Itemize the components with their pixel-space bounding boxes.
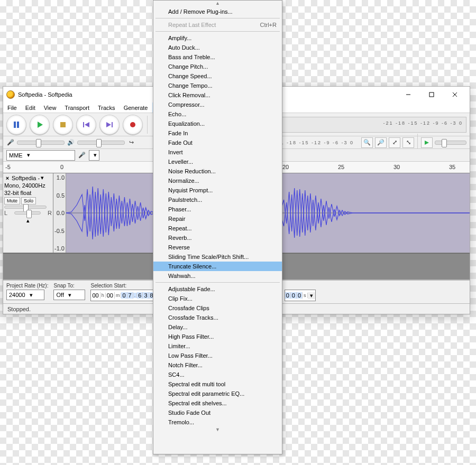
- len-s3[interactable]: 0: [297, 292, 303, 299]
- effect-menu-item[interactable]: Add / Remove Plug-ins...: [153, 7, 282, 16]
- effect-menu-item[interactable]: Truncate Silence...: [153, 262, 282, 271]
- pan-slider[interactable]: [14, 211, 41, 215]
- effect-menu-item[interactable]: Notch Filter...: [153, 360, 282, 370]
- effect-menu-item[interactable]: Change Speed...: [153, 71, 282, 81]
- effect-menu-item[interactable]: Limiter...: [153, 341, 282, 351]
- effect-menu-item[interactable]: Crossfade Tracks...: [153, 313, 282, 322]
- effect-menu-item[interactable]: Spectral edit parametric EQ...: [153, 389, 282, 398]
- record-device-combo[interactable]: ▾: [89, 150, 99, 161]
- menu-tracks[interactable]: Tracks: [94, 103, 120, 113]
- svg-marker-9: [85, 122, 89, 127]
- play-button[interactable]: [30, 115, 50, 135]
- length-timebox[interactable]: 0 0 0 s ▾: [285, 290, 316, 301]
- effect-menu-item[interactable]: Clip Fix...: [153, 294, 282, 303]
- menu-edit[interactable]: Edit: [21, 103, 40, 113]
- amp-label: 1.0: [53, 174, 65, 181]
- time-mm[interactable]: 00: [106, 292, 115, 299]
- svg-rect-4: [14, 122, 16, 128]
- skip-end-button[interactable]: [99, 115, 120, 135]
- menu-view-label: View: [44, 105, 57, 111]
- effect-menu-item[interactable]: Compressor...: [153, 100, 282, 109]
- solo-button[interactable]: Solo: [21, 197, 36, 204]
- effect-menu-item[interactable]: Reverb...: [153, 233, 282, 243]
- track-name: Softpedia -: [12, 175, 40, 181]
- effect-menu-item[interactable]: Equalization...: [153, 119, 282, 128]
- effect-menu-item[interactable]: Leveller...: [153, 157, 282, 166]
- track-control-panel[interactable]: × Softpedia - ▾ Mono, 24000Hz 32-bit flo…: [3, 173, 53, 253]
- effect-menu-item[interactable]: Paulstretch...: [153, 195, 282, 204]
- menu-generate[interactable]: Generate: [120, 103, 152, 113]
- stop-button[interactable]: [53, 115, 73, 135]
- time-s2[interactable]: 7: [127, 292, 133, 299]
- menu-scroll-down-icon[interactable]: ▼: [153, 427, 282, 433]
- close-button[interactable]: [443, 87, 466, 102]
- effect-menu-item[interactable]: Bass and Treble...: [153, 52, 282, 62]
- fit-selection-button[interactable]: ⤢: [389, 137, 400, 148]
- effect-menu-item[interactable]: Fade Out: [153, 138, 282, 147]
- effect-menu-item[interactable]: Phaser...: [153, 204, 282, 214]
- effect-menu-item[interactable]: Auto Duck...: [153, 43, 282, 52]
- track-info-rate: Mono, 24000Hz: [4, 182, 52, 189]
- skip-start-button[interactable]: [76, 115, 96, 135]
- effect-menu-item[interactable]: Fade In: [153, 128, 282, 138]
- effect-menu-item[interactable]: High Pass Filter...: [153, 332, 282, 341]
- len-s1[interactable]: 0: [285, 292, 291, 299]
- play-speed-slider[interactable]: [435, 141, 466, 145]
- effect-menu-item[interactable]: Spectral edit multi tool: [153, 379, 282, 389]
- effect-menu-item[interactable]: Reverse: [153, 243, 282, 252]
- chevron-down-icon: ▾: [27, 152, 30, 159]
- mute-button[interactable]: Mute: [4, 197, 20, 204]
- effect-menu-item[interactable]: Repeat...: [153, 224, 282, 233]
- effect-menu-item[interactable]: Adjustable Fade...: [153, 284, 282, 294]
- effect-menu-item[interactable]: Delay...: [153, 322, 282, 332]
- minimize-button[interactable]: [397, 87, 420, 102]
- menu-scroll-up-icon[interactable]: ▲: [153, 1, 282, 7]
- effect-menu-item[interactable]: Crossfade Clips: [153, 303, 282, 313]
- snap-to-combo[interactable]: Off ▾: [53, 290, 85, 300]
- pause-button[interactable]: [6, 115, 26, 135]
- track-close-button[interactable]: ×: [4, 175, 11, 181]
- effect-menu-item[interactable]: Spectral edit shelves...: [153, 398, 282, 408]
- fit-project-button[interactable]: ⤡: [402, 137, 414, 148]
- effect-menu-item[interactable]: Change Pitch...: [153, 62, 282, 71]
- len-s2[interactable]: 0: [291, 292, 297, 299]
- effect-menu-item[interactable]: Invert: [153, 147, 282, 157]
- time-s1[interactable]: 0: [121, 292, 127, 299]
- effect-menu-item[interactable]: Normalize...: [153, 176, 282, 185]
- zoom-out-button[interactable]: 🔎: [375, 137, 387, 148]
- time-f1[interactable]: 6: [137, 292, 143, 299]
- speaker-icon: 🔊: [67, 139, 75, 146]
- effect-menu-item[interactable]: Echo...: [153, 109, 282, 119]
- audio-host-combo[interactable]: MME ▾: [6, 150, 75, 161]
- menu-transport[interactable]: Transport: [60, 103, 94, 113]
- record-button[interactable]: [123, 115, 143, 135]
- effect-menu-item[interactable]: Click Removal...: [153, 90, 282, 100]
- effect-menu-item[interactable]: SC4...: [153, 370, 282, 379]
- effect-menu-item[interactable]: Nyquist Prompt...: [153, 185, 282, 195]
- maximize-button[interactable]: [420, 87, 443, 102]
- zoom-in-button[interactable]: 🔍: [361, 137, 373, 148]
- project-rate-combo[interactable]: 24000 ▾: [6, 290, 44, 300]
- effect-menu-item[interactable]: Studio Fade Out: [153, 408, 282, 417]
- playback-volume-slider[interactable]: [77, 141, 125, 145]
- menu-file[interactable]: File: [3, 103, 21, 113]
- effect-menu-item[interactable]: Change Tempo...: [153, 81, 282, 90]
- chevron-down-icon: ▾: [30, 292, 33, 299]
- play-at-speed-button[interactable]: [421, 137, 433, 148]
- selection-start-timebox[interactable]: 00 h 00 m 0 7 . 6 3 8 ▾: [90, 290, 162, 301]
- time-hh[interactable]: 00: [91, 292, 100, 299]
- track-menu-arrow-icon[interactable]: ▾: [41, 174, 44, 181]
- gain-slider[interactable]: [4, 206, 47, 209]
- selection-start-label: Selection Start:: [90, 283, 162, 289]
- record-volume-slider[interactable]: [17, 141, 65, 145]
- effect-menu-item[interactable]: Repair: [153, 214, 282, 224]
- effect-menu-item[interactable]: Tremolo...: [153, 417, 282, 427]
- time-f2[interactable]: 3: [143, 292, 149, 299]
- effect-menu-item[interactable]: Amplify...: [153, 33, 282, 43]
- effect-menu-item[interactable]: Noise Reduction...: [153, 166, 282, 176]
- time-format-arrow-icon[interactable]: ▾: [308, 292, 315, 299]
- effect-menu-item[interactable]: Wahwah...: [153, 271, 282, 281]
- menu-view[interactable]: View: [40, 103, 61, 113]
- effect-menu-item[interactable]: Sliding Time Scale/Pitch Shift...: [153, 252, 282, 262]
- effect-menu-item[interactable]: Low Pass Filter...: [153, 351, 282, 360]
